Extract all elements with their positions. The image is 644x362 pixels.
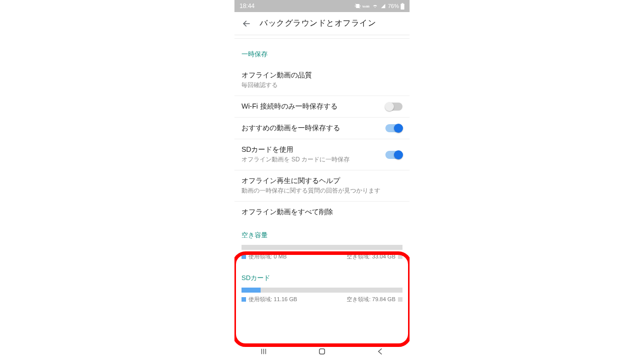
battery-icon	[400, 3, 405, 10]
chevron-left-icon	[376, 347, 385, 356]
arrow-left-icon	[242, 19, 252, 29]
row-subtitle: 毎回確認する	[242, 81, 403, 89]
page-title: バックグラウンドとオフライン	[260, 18, 376, 29]
row-title: オフライン動画をすべて削除	[242, 208, 403, 217]
storage-sdcard-used-bar	[242, 288, 261, 293]
phone-screen: 18:44 VoWi 76% バックグラウンドとオフライン 一時保存 オフライン…	[234, 0, 410, 362]
system-nav-bar	[234, 345, 410, 362]
row-offline-quality[interactable]: オフライン動画の品質 毎回確認する	[234, 65, 410, 96]
free-swatch-icon	[398, 254, 403, 259]
storage-sdcard-legend: 使用領域: 11.16 GB 空き領域: 79.84 GB	[242, 296, 403, 303]
vibrate-icon	[355, 3, 361, 9]
truncated-previous-row	[234, 35, 410, 39]
storage-internal-legend: 使用領域: 0 MB 空き領域: 33.04 GB	[242, 253, 403, 260]
used-swatch-icon	[242, 254, 246, 259]
used-swatch-icon	[242, 297, 246, 302]
settings-list[interactable]: 一時保存 オフライン動画の品質 毎回確認する Wi-Fi 接続時のみ一時保存する…	[234, 35, 410, 308]
svg-rect-3	[400, 4, 404, 10]
storage-sdcard-title: SDカード	[242, 274, 403, 283]
signal-icon	[380, 4, 386, 9]
storage-sdcard-free-label: 空き領域: 79.84 GB	[347, 296, 395, 303]
back-button[interactable]	[236, 14, 257, 34]
row-subtitle: オフライン動画を SD カードに一時保存	[242, 155, 379, 164]
storage-internal-title: 空き容量	[242, 231, 403, 240]
storage-sdcard-used-label: 使用領域: 11.16 GB	[249, 296, 297, 303]
status-icons: VoWi 76%	[355, 3, 405, 10]
wifi-icon	[372, 4, 378, 9]
storage-internal-bar	[242, 245, 403, 250]
svg-rect-2	[402, 3, 404, 4]
storage-internal-free-label: 空き領域: 33.04 GB	[347, 253, 395, 260]
svg-text:VoWi: VoWi	[362, 5, 370, 8]
row-recommend-download[interactable]: おすすめの動画を一時保存する	[234, 118, 410, 139]
status-bar: 18:44 VoWi 76%	[234, 0, 410, 12]
row-delete-all-offline[interactable]: オフライン動画をすべて削除	[234, 202, 410, 223]
recents-icon	[259, 347, 268, 355]
toggle-wifi-only[interactable]	[385, 103, 403, 111]
row-subtitle: 動画の一時保存に関する質問の回答が見つかります	[242, 187, 403, 195]
battery-percent: 76%	[388, 3, 399, 9]
row-title: SDカードを使用	[242, 145, 379, 154]
nav-recents-button[interactable]	[254, 345, 274, 358]
row-wifi-only[interactable]: Wi-Fi 接続時のみ一時保存する	[234, 96, 410, 118]
free-swatch-icon	[398, 297, 403, 302]
nav-home-button[interactable]	[312, 345, 332, 358]
row-use-sdcard[interactable]: SDカードを使用 オフライン動画を SD カードに一時保存	[234, 139, 410, 170]
row-title: オフライン動画の品質	[242, 71, 403, 80]
row-offline-help[interactable]: オフライン再生に関するヘルプ 動画の一時保存に関する質問の回答が見つかります	[234, 170, 410, 202]
vowifi-icon: VoWi	[362, 4, 370, 9]
row-title: Wi-Fi 接続時のみ一時保存する	[242, 102, 379, 111]
home-icon	[317, 347, 327, 356]
svg-rect-7	[319, 349, 325, 354]
row-title: オフライン再生に関するヘルプ	[242, 176, 403, 186]
storage-internal-used-label: 使用領域: 0 MB	[249, 253, 287, 260]
toggle-recommend-download[interactable]	[385, 124, 403, 132]
status-time: 18:44	[239, 3, 255, 10]
section-header-temp-save: 一時保存	[234, 39, 410, 65]
storage-internal: 空き容量 使用領域: 0 MB 空き領域: 33.04 GB	[234, 226, 410, 265]
app-bar: バックグラウンドとオフライン	[234, 12, 410, 35]
storage-sdcard: SDカード 使用領域: 11.16 GB 空き領域: 79.84 GB	[234, 268, 410, 308]
row-title: おすすめの動画を一時保存する	[242, 124, 379, 133]
toggle-use-sdcard[interactable]	[385, 151, 403, 159]
nav-back-button[interactable]	[370, 345, 390, 358]
storage-sdcard-bar	[242, 288, 403, 293]
